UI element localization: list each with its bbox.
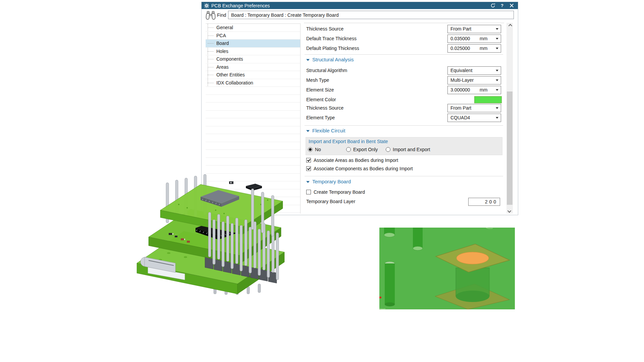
element-size-label: Element Size	[306, 86, 334, 94]
tree-item-holes[interactable]: Holes	[206, 48, 300, 56]
separator	[305, 54, 503, 55]
collapse-arrow-icon	[306, 181, 310, 183]
unit-label: mm	[480, 45, 487, 52]
tree-item-components[interactable]: Components	[206, 55, 300, 63]
element-color-label: Element Color	[306, 96, 336, 104]
tree-item-label: Areas	[216, 64, 229, 70]
tree-item-board[interactable]: Board	[206, 40, 300, 48]
chevron-down-icon	[496, 28, 498, 30]
section-title: Flexible Circuit	[312, 128, 345, 133]
chevron-down-icon	[496, 38, 498, 40]
checkbox-associate-components[interactable]: Associate Components as Bodies during Im…	[306, 165, 413, 172]
radio-selected-icon	[308, 147, 313, 152]
tree-branch-icon	[208, 67, 214, 67]
field-value: 3.000000	[450, 86, 470, 94]
tree-item-label: Board	[216, 41, 229, 46]
radio-no[interactable]: No	[308, 146, 321, 153]
mesh-type-label: Mesh Type	[306, 76, 329, 84]
element-size-input[interactable]: 3.000000 mm	[447, 86, 501, 94]
find-label: Find	[217, 11, 226, 19]
section-structural-analysis-header[interactable]: Structural Analysis	[306, 57, 354, 63]
radio-icon	[346, 147, 351, 152]
collapse-arrow-icon	[306, 130, 310, 132]
board-via-closeup	[379, 228, 515, 309]
checkbox-create-temporary-board[interactable]: Create Temporary Board	[306, 189, 365, 195]
field-value: 0.035000	[450, 35, 470, 43]
thickness-source-2-label: Thickness Source	[306, 104, 343, 112]
chevron-down-icon	[496, 79, 498, 81]
thickness-source-2-dropdown[interactable]: From Part	[447, 104, 501, 112]
chevron-down-icon	[496, 89, 498, 91]
mesh-type-dropdown[interactable]: Multi-Layer	[447, 76, 501, 84]
tree-item-other-entities[interactable]: Other Entities	[206, 71, 300, 79]
thickness-source-dropdown[interactable]: From Part	[447, 25, 501, 33]
dropdown-value: CQUAD4	[450, 114, 470, 122]
bent-state-group-title: Import and Export Board in Bent State	[309, 138, 388, 144]
help-icon[interactable]: ?	[499, 3, 505, 8]
gear-icon	[204, 3, 209, 8]
checkbox-unchecked-icon	[306, 190, 311, 194]
tree-item-areas[interactable]: Areas	[206, 63, 300, 71]
checkbox-checked-icon	[306, 166, 311, 171]
chevron-down-icon	[507, 209, 511, 213]
section-flexible-circuit-header[interactable]: Flexible Circuit	[306, 128, 345, 134]
reset-icon[interactable]	[490, 3, 496, 8]
radio-export-only[interactable]: Export Only	[346, 146, 378, 153]
tree-item-label: Components	[216, 56, 243, 62]
board-settings-panel: Thickness Source From Part Default Trace…	[304, 23, 504, 214]
bent-state-group: Import and Export Board in Bent State No…	[306, 137, 502, 155]
radio-import-and-export[interactable]: Import and Export	[386, 146, 430, 153]
dialog-titlebar[interactable]: PCB Exchange Preferences ?	[202, 2, 518, 9]
chevron-down-icon	[496, 107, 498, 109]
section-title: Temporary Board	[312, 179, 351, 184]
checkbox-label: Associate Areas as Bodies during Import	[314, 158, 398, 163]
tree-item-idx-collaboration[interactable]: IDX Collaboration	[206, 79, 300, 87]
binoculars-icon	[206, 10, 216, 20]
unit-label: mm	[480, 86, 487, 94]
default-plating-thickness-label: Default Plating Thickness	[306, 44, 359, 53]
separator	[305, 176, 503, 176]
unit-label: mm	[480, 35, 487, 43]
checkbox-checked-icon	[306, 158, 311, 163]
section-title: Structural Analysis	[312, 57, 354, 62]
field-value: 0.025000	[450, 45, 470, 52]
structural-algorithm-dropdown[interactable]: Equivalent	[447, 66, 501, 75]
radio-label: Export Only	[353, 147, 378, 152]
tree-item-general[interactable]: General	[206, 24, 300, 32]
temporary-board-layer-label: Temporary Board Layer	[306, 197, 355, 206]
default-trace-thickness-label: Default Trace Thickness	[306, 35, 357, 43]
dropdown-value: From Part	[450, 25, 471, 33]
checkbox-label: Associate Components as Bodies during Im…	[314, 166, 413, 171]
tree-item-pca[interactable]: PCA	[206, 32, 300, 40]
find-input[interactable]	[228, 11, 514, 19]
checkbox-label: Create Temporary Board	[314, 189, 365, 195]
page: PCB Exchange Preferences ?	[0, 0, 644, 362]
scroll-up-button[interactable]	[506, 23, 513, 28]
form-scrollbar[interactable]	[506, 23, 513, 214]
scrollbar-thumb[interactable]	[507, 92, 513, 205]
red-marker	[379, 297, 381, 298]
section-temporary-board-header[interactable]: Temporary Board	[306, 179, 351, 185]
chevron-down-icon	[496, 117, 498, 119]
radio-icon	[386, 147, 390, 152]
dropdown-value: From Part	[450, 104, 471, 112]
default-plating-thickness-input[interactable]: 0.025000 mm	[447, 44, 501, 53]
separator	[305, 125, 503, 126]
tree-branch-icon	[208, 43, 214, 44]
element-color-swatch[interactable]	[474, 96, 502, 103]
tree-branch-icon	[208, 27, 214, 28]
tree-branch-icon	[208, 75, 214, 75]
checkbox-associate-areas[interactable]: Associate Areas as Bodies during Import	[306, 157, 398, 164]
temporary-board-layer-input[interactable]	[468, 198, 500, 206]
close-icon[interactable]	[508, 3, 515, 8]
chevron-up-icon	[508, 24, 512, 27]
scroll-down-button[interactable]	[506, 208, 513, 214]
structural-algorithm-label: Structural Algorithm	[306, 66, 347, 75]
element-type-dropdown[interactable]: CQUAD4	[447, 114, 501, 122]
radio-label: No	[315, 147, 321, 152]
dropdown-value: Multi-Layer	[450, 76, 474, 84]
thickness-source-label: Thickness Source	[306, 25, 343, 33]
default-trace-thickness-input[interactable]: 0.035000 mm	[447, 35, 501, 43]
small-top-chips	[229, 181, 262, 191]
tree-item-label: IDX Collaboration	[216, 80, 253, 85]
